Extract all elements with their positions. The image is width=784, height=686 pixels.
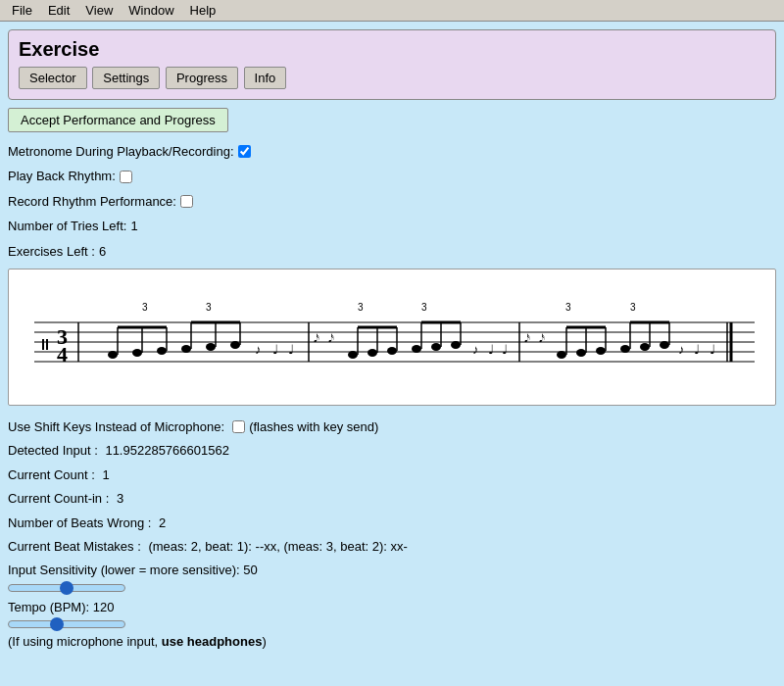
beat-mistakes-row: Current Beat Mistakes : (meas: 2, beat: … bbox=[8, 535, 776, 558]
sheet-music: ⏸ 3 4 3 3 bbox=[8, 269, 776, 406]
exercise-title: Exercise bbox=[19, 38, 765, 61]
svg-point-33 bbox=[387, 347, 397, 355]
svg-point-55 bbox=[596, 347, 606, 355]
detected-input-value: 11.952285766601562 bbox=[105, 443, 229, 458]
headphone-bold: use headphones bbox=[162, 634, 263, 649]
menu-window[interactable]: Window bbox=[121, 1, 181, 20]
tab-bar: Selector Settings Progress Info bbox=[19, 67, 765, 89]
shift-keys-label: Use Shift Keys Instead of Microphone: bbox=[8, 416, 224, 438]
record-label: Record Rhythm Performance: bbox=[8, 190, 176, 213]
svg-text:3: 3 bbox=[565, 302, 571, 313]
metronome-label: Metronome During Playback/Recording: bbox=[8, 140, 234, 163]
svg-text:♩: ♩ bbox=[710, 342, 715, 357]
tab-settings[interactable]: Settings bbox=[92, 67, 160, 89]
tries-label: Number of Tries Left: bbox=[8, 215, 126, 237]
shift-keys-row: Use Shift Keys Instead of Microphone: (f… bbox=[8, 416, 776, 438]
exercises-value: 6 bbox=[99, 240, 106, 263]
beat-mistakes-value: (meas: 2, beat: 1): --xx, (meas: 3, beat… bbox=[148, 539, 407, 554]
svg-text:♩: ♩ bbox=[502, 342, 508, 357]
detected-input-label: Detected Input : bbox=[8, 443, 98, 458]
menu-edit[interactable]: Edit bbox=[40, 1, 77, 20]
main-container: Exercise Selector Settings Progress Info… bbox=[8, 29, 776, 649]
svg-point-63 bbox=[660, 341, 669, 349]
sheet-music-svg: ⏸ 3 4 3 3 bbox=[20, 273, 764, 401]
accept-button[interactable]: Accept Performance and Progress bbox=[8, 108, 228, 132]
svg-point-15 bbox=[181, 345, 191, 353]
svg-text:♩: ♩ bbox=[288, 342, 294, 357]
svg-point-17 bbox=[206, 343, 216, 351]
svg-point-59 bbox=[620, 345, 630, 353]
tempo-value: 120 bbox=[93, 600, 115, 614]
tab-info[interactable]: Info bbox=[244, 67, 287, 89]
beats-wrong-value: 2 bbox=[159, 515, 166, 530]
info-area: Use Shift Keys Instead of Microphone: (f… bbox=[8, 416, 776, 628]
menu-help[interactable]: Help bbox=[182, 1, 224, 20]
input-sensitivity-slider[interactable] bbox=[8, 584, 125, 592]
input-sensitivity-value: 50 bbox=[243, 563, 257, 577]
tempo-label: Tempo (BPM): 120 bbox=[8, 596, 776, 618]
menu-bar: File Edit View Window Help bbox=[0, 0, 784, 22]
beat-mistakes-label: Current Beat Mistakes : bbox=[8, 539, 141, 554]
svg-point-31 bbox=[368, 349, 377, 357]
current-count-value: 1 bbox=[103, 467, 110, 482]
svg-text:♩: ♩ bbox=[272, 342, 278, 357]
current-count-row: Current Count : 1 bbox=[8, 464, 776, 486]
tempo-container: Tempo (BPM): 120 bbox=[8, 596, 776, 628]
count-in-row: Current Count-in : 3 bbox=[8, 487, 776, 510]
svg-text:3: 3 bbox=[206, 302, 212, 313]
svg-text:♩: ♩ bbox=[488, 342, 494, 357]
headphone-suffix: ) bbox=[262, 634, 266, 649]
record-checkbox[interactable] bbox=[180, 195, 193, 208]
shift-keys-note: (flashes with key send) bbox=[249, 416, 378, 438]
tries-row: Number of Tries Left: 1 bbox=[8, 215, 776, 237]
record-row: Record Rhythm Performance: bbox=[8, 190, 776, 213]
svg-point-61 bbox=[640, 343, 650, 351]
tries-value: 1 bbox=[130, 215, 137, 237]
playback-checkbox[interactable] bbox=[120, 171, 132, 183]
input-sensitivity-container: Input Sensitivity (lower = more sensitiv… bbox=[8, 559, 776, 591]
pause-symbol: ⏸ bbox=[37, 336, 53, 353]
svg-point-39 bbox=[431, 343, 441, 351]
svg-point-11 bbox=[157, 347, 167, 355]
tempo-slider[interactable] bbox=[8, 620, 125, 628]
svg-point-41 bbox=[451, 341, 461, 349]
playback-label: Play Back Rhythm: bbox=[8, 165, 116, 187]
headphone-note: (If using microphone input, use headphon… bbox=[8, 634, 776, 649]
time-signature-bottom: 4 bbox=[57, 342, 68, 367]
beats-wrong-label: Number of Beats Wrong : bbox=[8, 515, 151, 530]
svg-point-7 bbox=[108, 351, 118, 359]
menu-view[interactable]: View bbox=[77, 1, 121, 20]
exercises-row: Exercises Left : 6 bbox=[8, 240, 776, 263]
svg-text:3: 3 bbox=[142, 302, 148, 313]
svg-text:♪: ♪ bbox=[678, 342, 685, 357]
metronome-row: Metronome During Playback/Recording: bbox=[8, 140, 776, 163]
svg-text:3: 3 bbox=[630, 302, 636, 313]
detected-input-row: Detected Input : 11.952285766601562 bbox=[8, 439, 776, 462]
count-in-label: Current Count-in : bbox=[8, 491, 109, 506]
tab-progress[interactable]: Progress bbox=[166, 67, 238, 89]
svg-text:♪: ♪ bbox=[472, 342, 479, 357]
input-sensitivity-label: Input Sensitivity (lower = more sensitiv… bbox=[8, 559, 776, 581]
count-in-value: 3 bbox=[117, 491, 123, 506]
svg-text:3: 3 bbox=[421, 302, 427, 313]
svg-point-29 bbox=[348, 351, 358, 359]
svg-point-19 bbox=[230, 341, 240, 349]
tab-selector[interactable]: Selector bbox=[19, 67, 87, 89]
beats-wrong-row: Number of Beats Wrong : 2 bbox=[8, 512, 776, 534]
svg-point-37 bbox=[412, 345, 421, 353]
exercise-panel: Exercise Selector Settings Progress Info bbox=[8, 29, 776, 100]
svg-point-53 bbox=[576, 349, 586, 357]
current-count-label: Current Count : bbox=[8, 467, 95, 482]
playback-row: Play Back Rhythm: bbox=[8, 165, 776, 187]
controls-area: Metronome During Playback/Recording: Pla… bbox=[8, 140, 776, 263]
menu-file[interactable]: File bbox=[4, 1, 40, 20]
svg-text:♪: ♪ bbox=[255, 342, 262, 357]
svg-text:♩: ♩ bbox=[694, 342, 700, 357]
shift-keys-checkbox[interactable] bbox=[232, 420, 245, 433]
exercises-label: Exercises Left : bbox=[8, 240, 95, 263]
svg-point-9 bbox=[132, 349, 142, 357]
svg-text:3: 3 bbox=[358, 302, 364, 313]
headphone-prefix: (If using microphone input, bbox=[8, 634, 162, 649]
metronome-checkbox[interactable] bbox=[238, 145, 251, 158]
svg-point-51 bbox=[557, 351, 566, 359]
